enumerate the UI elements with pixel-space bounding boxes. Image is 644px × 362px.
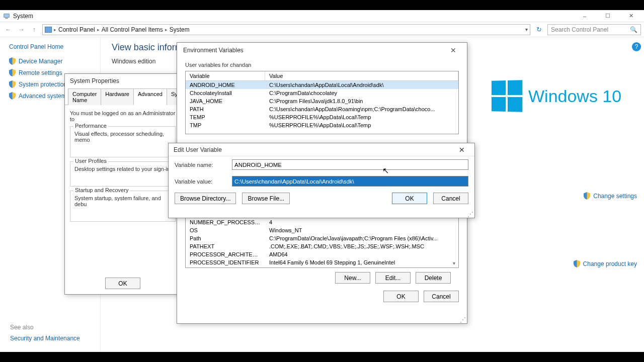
user-profiles-group: User Profiles Desktop settings related t… [70,161,176,187]
chevron-right-icon: ▸ [54,27,56,32]
table-row[interactable]: PathC:\ProgramData\Oracle\Java\javapath;… [186,234,458,242]
windows-logo: Windows 10 [491,80,637,112]
resize-grip-icon[interactable]: ⋰ [467,211,473,217]
breadcrumb-item[interactable]: Control Panel [58,26,95,33]
windows-logo-icon [492,80,522,112]
table-row[interactable]: PATHC:\Users\chandan\AppData\Roaming\npm… [186,105,458,113]
breadcrumb[interactable]: ▸ Control Panel ▸ All Control Panel Item… [42,24,530,35]
search-input[interactable]: Search Control Panel 🔍 [547,24,641,35]
variable-name-input[interactable] [232,159,468,170]
table-row[interactable]: TMP%USERPROFILE%\AppData\Local\Temp [186,121,458,129]
change-product-key-link[interactable]: Change product key [491,260,637,267]
dialog-title: System Properties [65,74,181,88]
windows-brand-text: Windows 10 [528,86,621,106]
admin-message: You must be logged on as an Administrato… [70,110,176,122]
performance-group: Performance Visual effects, processor sc… [70,126,176,157]
navbar: ← → ↑ ▸ Control Panel ▸ All Control Pane… [0,22,644,37]
scroll-down-icon[interactable]: ▾ [450,259,458,267]
chevron-right-icon: ▸ [165,27,168,32]
window-title: System [13,13,33,20]
sys-edit-button[interactable]: Edit... [375,272,411,284]
table-row[interactable]: ChocolateyInstallC:\ProgramData\chocolat… [186,89,458,97]
tab-computer-name[interactable]: Computer Name [68,88,101,105]
user-variables-label: User variables for chandan [185,62,459,68]
chevron-down-icon[interactable]: ▾ [525,27,528,32]
chevron-right-icon: ▸ [97,27,100,32]
table-row[interactable]: TEMP%USERPROFILE%\AppData\Local\Temp [186,113,458,121]
close-icon[interactable]: ✕ [454,146,469,154]
security-maintenance-link[interactable]: Security and Maintenance [10,335,80,342]
system-icon [3,13,10,20]
up-button[interactable]: ↑ [29,25,39,35]
table-row[interactable]: JAVA_HOMEC:\Program Files\Java\jdk1.8.0_… [186,97,458,105]
table-row[interactable]: NUMBER_OF_PROCESSORS4 [186,218,458,226]
resize-grip-icon[interactable]: ⋰ [460,316,466,322]
forward-button[interactable]: → [16,25,26,35]
refresh-button[interactable]: ↻ [533,24,544,35]
breadcrumb-item[interactable]: System [170,26,190,33]
envvars-cancel-button[interactable]: Cancel [424,291,459,302]
table-row[interactable]: OSWindows_NT [186,226,458,234]
dialog-title: Edit User Variable [174,146,222,153]
shield-icon [9,57,16,65]
back-button[interactable]: ← [3,25,13,35]
titlebar: System – ☐ ✕ [0,10,644,22]
tab-advanced[interactable]: Advanced [133,88,167,105]
sidebar-item-device-manager[interactable]: Device Manager [9,57,100,65]
minimize-button[interactable]: – [575,11,595,22]
location-icon [45,27,52,33]
browse-directory-button[interactable]: Browse Directory... [175,193,236,204]
shield-icon [9,92,16,100]
envvars-ok-button[interactable]: OK [383,291,419,302]
see-also-title: See also [10,324,80,331]
shield-icon [9,69,16,76]
column-variable[interactable]: Variable [186,71,265,80]
variable-value-input[interactable] [232,176,468,187]
browse-file-button[interactable]: Browse File... [242,193,290,204]
close-button[interactable]: ✕ [621,11,641,22]
shield-icon [574,260,580,267]
sysprops-ok-button[interactable]: OK [105,278,140,289]
startup-recovery-group: Startup and Recovery System startup, sys… [70,191,176,222]
table-row[interactable]: PATHEXT.COM;.EXE;.BAT;.CMD;.VBS;.VBE;.JS… [186,242,458,250]
editvar-ok-button[interactable]: OK [392,193,427,204]
breadcrumb-item[interactable]: All Control Panel Items [102,26,163,33]
table-row[interactable]: PROCESSOR_IDENTIFIERIntel64 Family 6 Mod… [186,258,458,266]
system-properties-dialog: System Properties Computer Name Hardware… [64,73,181,295]
shield-icon [9,80,16,88]
edit-user-variable-dialog: Edit User Variable ✕ Variable name: Vari… [168,143,475,218]
svg-rect-0 [4,14,10,17]
user-variables-list[interactable]: Variable Value ANDROID_HOMEC:\Users\chan… [185,71,459,134]
tabs: Computer Name Hardware Advanced Sy [65,88,181,105]
variable-name-label: Variable name: [175,162,227,168]
system-variables-group: NUMBER_OF_PROCESSORS4OSWindows_NTPathC:\… [185,218,459,284]
sys-new-button[interactable]: New... [335,272,370,284]
variable-value-label: Variable value: [175,178,227,185]
search-icon: 🔍 [630,26,637,33]
table-row[interactable]: PROCESSOR_ARCHITECTUREAMD64 [186,250,458,258]
shield-icon [584,192,590,200]
user-variables-group: User variables for chandan Variable Valu… [185,62,459,134]
system-variables-list[interactable]: NUMBER_OF_PROCESSORS4OSWindows_NTPathC:\… [185,218,459,268]
dialog-title: Environment Variables [183,47,244,54]
column-value[interactable]: Value [265,71,458,80]
tab-hardware[interactable]: Hardware [101,88,134,105]
sys-delete-button[interactable]: Delete [416,272,451,284]
close-icon[interactable]: ✕ [446,46,461,54]
maximize-button[interactable]: ☐ [598,11,618,22]
table-row[interactable]: ANDROID_HOMEC:\Users\chandan\AppData\Loc… [186,81,458,89]
search-placeholder: Search Control Panel [551,26,608,33]
svg-rect-1 [5,18,8,19]
change-settings-link[interactable]: Change settings [491,192,637,200]
control-panel-home-link[interactable]: Control Panel Home [9,43,100,50]
editvar-cancel-button[interactable]: Cancel [433,193,468,204]
